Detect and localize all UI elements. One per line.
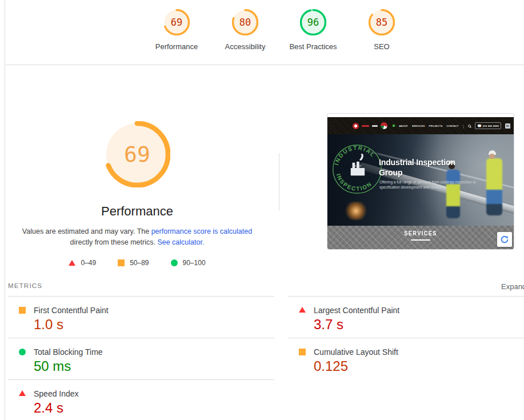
metric-value: 1.0 s [34,317,109,332]
site-phone-number: 416 843 8999 [483,125,499,127]
accessibility-gauge-ring: 80 [232,9,258,35]
metric-value: 3.7 s [314,317,399,332]
legend-range: 50–89 [130,259,149,267]
seo-gauge-ring: 85 [369,9,395,35]
site-hero-title: Industrial Inspection Group [379,157,455,178]
seo-score: 85 [369,9,395,35]
metric-largest-contentful-paint: Largest Contentful Paint 3.7 s [288,297,524,338]
best-practices-score: 96 [300,9,326,35]
seo-gauge-label: SEO [347,42,416,51]
nav-separator: | [463,123,464,129]
metric-total-blocking-time: Total Blocking Time 50 ms [8,338,274,380]
site-nav-contact: CONTACT [446,125,458,127]
site-wordmark-red [362,125,369,127]
description-text: directly from these metrics. [70,238,158,246]
legend-item-average: 50–89 [118,259,149,267]
legend-range: 90–100 [183,259,206,267]
services-underline [411,239,430,241]
header-divider [6,65,524,65]
square-icon [118,259,125,266]
metric-label: Largest Contentful Paint [314,306,399,315]
metrics-section-label: METRICS [8,282,42,289]
see-calculator-link[interactable]: See calculator. [157,238,204,246]
square-icon [299,349,306,355]
home-icon [393,125,395,127]
section-vertical-divider [279,153,279,210]
site-phone-button: ☎ 416 843 8999 [475,122,501,129]
site-screenshot-thumbnail[interactable]: ABOUT SERVICES PROJECTS CONTACT | ☎ 416 … [327,113,514,250]
phone-icon: ☎ [477,124,482,127]
site-nav-items: ABOUT SERVICES PROJECTS CONTACT | ☎ 416 … [393,122,510,129]
site-wordmark-white [372,125,378,127]
hero-title-line1: Industrial Inspection [379,157,455,167]
site-nav-services: SERVICES [412,125,425,127]
metric-label: Total Blocking Time [34,347,103,357]
best-practices-gauge-ring: 96 [300,9,326,35]
site-hero: INDUSTRIAL INSPECTION GROUP Industrial I… [327,134,514,226]
metrics-right-column: Largest Contentful Paint 3.7 s Cumulativ… [288,296,524,380]
site-nav-about: ABOUT [399,125,408,127]
summary-gauge-seo[interactable]: 85 SEO [347,9,416,51]
main-performance-score: 69 [104,121,170,187]
metric-cumulative-layout-shift: Cumulative Layout Shift 0.125 [288,338,524,380]
summary-gauge-accessibility[interactable]: 80 Accessibility [211,9,279,51]
site-navbar: ABOUT SERVICES PROJECTS CONTACT | ☎ 416 … [327,117,514,134]
metric-first-contentful-paint: First Contentful Paint 1.0 s [8,297,274,338]
performance-gauge-label: Performance [142,42,211,51]
hero-welding-sparks [343,202,369,220]
metric-value: 2.4 s [34,401,79,415]
accessibility-score: 80 [232,9,258,35]
accessibility-gauge-label: Accessibility [211,42,279,51]
site-emblem-logo-icon: INDUSTRIAL INSPECTION GROUP [330,142,384,196]
circle-icon [19,349,26,355]
emblem-center-text: GROUP [353,165,362,167]
legend-item-pass: 90–100 [171,259,206,267]
site-nav-projects: PROJECTS [429,125,442,127]
site-hero-subtitle: Offering a full range of services from c… [379,179,481,190]
legend-item-fail: 0–49 [69,259,96,267]
main-performance-gauge: 69 [104,121,170,187]
metric-label: Speed Index [34,389,79,399]
circle-icon [171,259,178,266]
hero-title-line2: Group [379,167,455,178]
main-gauge-ring: 69 [104,121,170,187]
site-logo-badge2-icon [381,122,387,129]
site-services-band: SERVICES [327,226,514,250]
score-legend: 0–49 50–89 90–100 [0,259,274,267]
score-description: Values are estimated and may vary. The p… [11,226,263,248]
performance-score: 69 [163,9,190,35]
performance-gauge-ring: 69 [163,9,190,35]
metric-label: First Contentful Paint [34,306,109,315]
linkedin-icon: in [505,123,510,129]
metric-value: 0.125 [314,359,398,374]
summary-gauge-performance[interactable]: 69 Performance [142,9,211,51]
triangle-icon [69,260,75,266]
square-icon [19,307,26,314]
search-icon [468,125,471,127]
metrics-left-column: First Contentful Paint 1.0 s Total Block… [8,296,274,420]
site-logos [353,122,387,129]
pagespeed-report: 69 Performance 80 Accessibility 96 Best … [0,0,524,420]
triangle-icon [19,390,26,396]
expand-view-button[interactable]: Expand view [501,282,524,291]
site-logo-badge-icon [353,123,359,129]
metric-speed-index: Speed Index 2.4 s [8,380,274,420]
metric-value: 50 ms [34,359,103,374]
best-practices-gauge-label: Best Practices [279,42,347,51]
description-text: Values are estimated and may vary. The [22,227,151,235]
recaptcha-badge [497,232,512,247]
summary-gauge-best-practices[interactable]: 96 Best Practices [279,9,347,51]
performance-section-title: Performance [0,204,274,219]
legend-range: 0–49 [81,259,96,267]
triangle-icon [299,307,306,313]
score-calculated-link[interactable]: performance score is calculated [151,227,252,235]
metric-label: Cumulative Layout Shift [314,347,398,357]
recaptcha-icon [500,235,509,244]
services-band-label: SERVICES [335,230,506,237]
